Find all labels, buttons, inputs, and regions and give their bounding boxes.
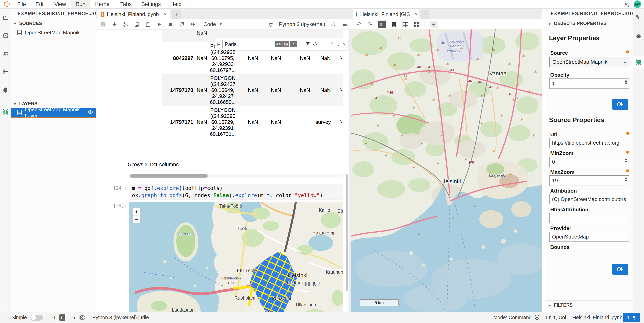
vector-polygon-icon[interactable]	[413, 21, 419, 27]
restart-run-all-button[interactable]	[190, 21, 196, 27]
filters-section-header[interactable]: ▸FILTERS	[546, 301, 633, 309]
tab-helsinki-finland-ipynb[interactable]: Helsinki_Finland.ipynb ×	[98, 8, 170, 19]
running-kernels-icon[interactable]	[2, 32, 9, 39]
console-button[interactable]: $_	[378, 20, 386, 28]
basemap-book-icon[interactable]	[391, 21, 397, 27]
expand-search-icon[interactable]: ▶	[218, 42, 220, 46]
file-browser-icon[interactable]	[2, 14, 9, 21]
debugger-icon[interactable]	[268, 21, 274, 27]
kernels-count[interactable]: 6	[72, 312, 75, 323]
undo-icon[interactable]: ↶	[356, 21, 362, 27]
menu-settings[interactable]: Settings	[136, 0, 166, 8]
menu-kernel[interactable]: Kernel	[90, 0, 116, 8]
new-tab-button[interactable]: +	[420, 10, 429, 19]
extensions-icon[interactable]	[2, 87, 9, 94]
filter-icon[interactable]	[305, 41, 310, 47]
scrollbar-thumb[interactable]	[130, 174, 208, 178]
notebook-scroll-area[interactable]: NaN ▶ Aa ab .* -/- ⌃ ⌄ × 8042297 NaN POL…	[96, 29, 348, 312]
stop-kernel-button[interactable]	[168, 21, 174, 27]
map-label: Ullanlinna	[296, 302, 316, 308]
notifications-badge[interactable]: 1	[623, 313, 640, 323]
layer-item-selected[interactable]: OpenStreetMap.Mapnik Layer	[11, 108, 96, 117]
cursor-position[interactable]: Ln 1, Col 1	[546, 312, 570, 323]
terminals-count[interactable]: 0	[52, 312, 55, 323]
previous-match-icon[interactable]: ⌃	[330, 41, 334, 47]
minzoom-input[interactable]	[550, 157, 630, 167]
add-layer-button[interactable]: +	[430, 20, 438, 28]
save-button[interactable]	[100, 21, 106, 27]
kernel-status-text[interactable]: Python 3 (ipykernel) | Idle	[92, 312, 149, 323]
menu-help[interactable]: Help	[166, 0, 186, 8]
simple-mode-toggle[interactable]	[30, 315, 43, 321]
scale-bar: 5 km	[360, 299, 398, 306]
whole-word-button[interactable]: ab	[282, 41, 289, 47]
stepper[interactable]	[624, 177, 628, 181]
objects-properties-header[interactable]: ▾OBJECTS PROPERTIES	[546, 19, 633, 28]
jgis-globe-icon[interactable]	[2, 108, 9, 115]
gis-map-canvas[interactable]: VantaaHelsinkiLaajasaloHelsinki- Vantaan…	[352, 29, 542, 312]
eye-icon[interactable]	[88, 109, 93, 116]
horizontal-scrollbar[interactable]	[129, 174, 343, 178]
add-cell-button[interactable]	[112, 21, 118, 27]
menu-tabs[interactable]: Tabs	[116, 0, 136, 8]
collaborators-icon[interactable]	[2, 50, 9, 57]
opacity-input[interactable]	[550, 78, 630, 89]
vertical-scrollbar-thumb[interactable]	[346, 174, 348, 291]
kernel-chip-icon[interactable]	[79, 315, 85, 322]
paste-cell-button[interactable]	[145, 21, 151, 27]
sources-section-header[interactable]: ▾SOURCES	[11, 19, 96, 28]
close-search-icon[interactable]: ×	[343, 41, 346, 47]
menu-run[interactable]: Run	[71, 0, 90, 8]
source-ok-button[interactable]: Ok	[612, 264, 628, 275]
zoom-out-button[interactable]: −	[133, 216, 140, 223]
table-of-contents-icon[interactable]	[2, 68, 9, 75]
tab-helsinki-finland-jgis[interactable]: Helsinki_Finland.jGIS ×	[352, 8, 418, 19]
next-match-icon[interactable]: ⌄	[336, 41, 340, 47]
copy-cell-button[interactable]	[134, 21, 140, 27]
stepper[interactable]	[624, 158, 628, 163]
share-icon[interactable]	[624, 1, 630, 8]
search-input[interactable]	[223, 41, 275, 47]
raster-grid-icon[interactable]	[402, 21, 408, 27]
cell-type-select[interactable]: Code ▼	[204, 21, 222, 27]
run-cell-button[interactable]	[156, 21, 162, 27]
attribution-input[interactable]	[550, 194, 630, 204]
leaflet-map-output[interactable]: Taka-TöölöKallioSörnSeurasaariTöölöHakan…	[129, 202, 343, 312]
menu-edit[interactable]: Edit	[31, 0, 50, 8]
source-select[interactable]: OpenStreetMap.Mapnik ⌄	[550, 57, 630, 67]
provider-input[interactable]	[550, 232, 630, 242]
kernel-name[interactable]: Python 3 (ipykernel)	[279, 21, 325, 27]
debugger-icon[interactable]	[635, 32, 642, 39]
htmlattribution-input[interactable]	[550, 213, 630, 223]
jgis-panel-icon[interactable]	[635, 59, 642, 66]
close-icon[interactable]: ×	[164, 11, 167, 17]
menubar: FileEditViewRunKernelTabsSettingsHelp AM	[0, 0, 644, 8]
avatar[interactable]: AM	[634, 0, 641, 8]
active-file-name[interactable]: Helsinki_Finland.ipynb	[572, 312, 622, 323]
maxzoom-input[interactable]	[550, 175, 630, 186]
redo-icon[interactable]: ↷	[367, 21, 373, 27]
new-tab-button[interactable]: +	[172, 10, 181, 19]
map-label: Eira	[263, 310, 272, 312]
map-label: Kaartinkaupunki	[287, 280, 320, 286]
match-case-button[interactable]: Aa	[275, 41, 282, 47]
collapse-toolbar-icon[interactable]	[342, 21, 348, 27]
close-icon[interactable]: ×	[415, 11, 418, 17]
restart-kernel-button[interactable]	[179, 21, 185, 27]
code-cell[interactable]: m = gdf.explore(tooltip=cols) ox.graph_t…	[129, 184, 343, 200]
chevron-right-icon: ▸	[549, 301, 554, 310]
source-item-openstreetmap[interactable]: OpenStreetMap.Mapnik	[11, 28, 96, 37]
menu-view[interactable]: View	[50, 0, 71, 8]
mode-indicator[interactable]: Mode: Command	[493, 312, 532, 323]
property-inspector-icon[interactable]	[635, 14, 642, 21]
stepper[interactable]	[624, 80, 628, 84]
zoom-in-button[interactable]: +	[133, 208, 140, 216]
url-input[interactable]	[550, 138, 630, 148]
terminal-icon[interactable]: $_	[59, 315, 65, 321]
regex-button[interactable]: .*	[290, 41, 296, 47]
notification-count: 1	[627, 315, 630, 321]
menu: FileEditViewRunKernelTabsSettingsHelp	[12, 0, 186, 8]
cut-cell-button[interactable]	[123, 21, 129, 27]
menu-file[interactable]: File	[12, 0, 31, 8]
layer-ok-button[interactable]: Ok	[612, 99, 628, 110]
